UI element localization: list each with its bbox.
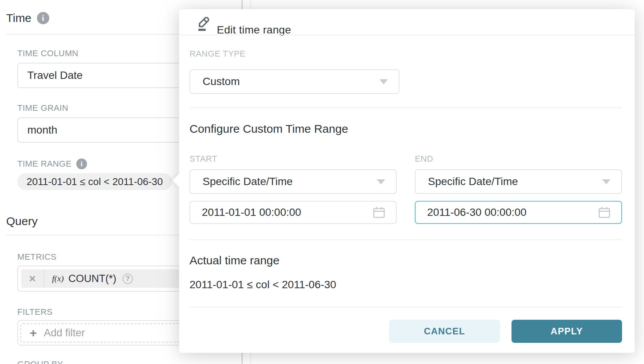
info-icon[interactable]: i xyxy=(37,12,49,24)
time-grain-label: TIME GRAIN xyxy=(17,103,68,113)
chevron-down-icon xyxy=(379,79,388,84)
info-icon[interactable]: i xyxy=(76,159,87,169)
metric-name: COUNT(*) xyxy=(69,273,116,285)
end-label: END xyxy=(415,154,433,164)
edit-time-range-popover: Edit time range RANGE TYPE Custom Config… xyxy=(179,9,635,353)
metrics-label: METRICS xyxy=(17,252,57,262)
help-icon[interactable]: ? xyxy=(122,274,133,284)
time-section-title: Time i xyxy=(6,12,49,25)
time-grain-value: month xyxy=(27,124,57,136)
popover-header-divider xyxy=(179,35,635,35)
chevron-down-icon xyxy=(602,179,610,184)
filters-label: FILTERS xyxy=(17,307,53,317)
start-datetime-field xyxy=(190,201,397,224)
end-datetime-field xyxy=(415,201,622,224)
start-mode-value: Specific Date/Time xyxy=(203,175,293,188)
start-mode-select[interactable]: Specific Date/Time xyxy=(190,169,397,194)
time-section-title-text: Time xyxy=(6,12,32,25)
actual-range-heading: Actual time range xyxy=(190,254,279,267)
actual-range-value: 2011-01-01 ≤ col < 2011-06-30 xyxy=(190,279,336,291)
configure-heading: Configure Custom Time Range xyxy=(190,122,348,135)
chevron-down-icon xyxy=(377,179,385,184)
footer-divider xyxy=(190,307,622,307)
query-section-title: Query xyxy=(6,215,38,228)
time-range-label-text: TIME RANGE xyxy=(17,159,72,169)
time-column-value: Travel Date xyxy=(27,69,83,82)
end-datetime-input[interactable] xyxy=(416,206,597,219)
time-range-label: TIME RANGE i xyxy=(17,159,87,169)
apply-button[interactable]: APPLY xyxy=(512,320,622,343)
plus-icon: + xyxy=(30,327,37,339)
start-datetime-input[interactable] xyxy=(190,206,372,219)
range-type-select[interactable]: Custom xyxy=(190,69,399,94)
calendar-icon[interactable] xyxy=(597,205,611,219)
popover-arrow xyxy=(173,174,187,188)
function-icon: f(x) xyxy=(52,274,64,284)
explore-page: Time i TIME COLUMN Travel Date TIME GRAI… xyxy=(0,0,644,364)
range-type-label: RANGE TYPE xyxy=(190,49,245,59)
remove-metric-icon[interactable]: × xyxy=(21,273,44,284)
end-mode-value: Specific Date/Time xyxy=(428,175,518,188)
edit-pencil-icon xyxy=(195,14,212,32)
add-filter-label: Add filter xyxy=(44,327,85,339)
metric-pill-separator xyxy=(44,269,44,288)
range-type-value: Custom xyxy=(203,75,240,88)
end-mode-select[interactable]: Specific Date/Time xyxy=(415,169,622,194)
calendar-icon[interactable] xyxy=(372,205,386,219)
start-label: START xyxy=(190,154,217,164)
time-range-pill[interactable]: 2011-01-01 ≤ col < 2011-06-30 xyxy=(17,173,172,190)
group-by-label: GROUP BY xyxy=(17,359,63,364)
section-divider xyxy=(190,239,622,240)
time-column-label: TIME COLUMN xyxy=(17,48,78,58)
time-range-pill-text: 2011-01-01 ≤ col < 2011-06-30 xyxy=(27,176,163,188)
cancel-button[interactable]: CANCEL xyxy=(389,320,500,343)
query-section-title-text: Query xyxy=(6,215,38,228)
section-divider xyxy=(190,107,622,108)
